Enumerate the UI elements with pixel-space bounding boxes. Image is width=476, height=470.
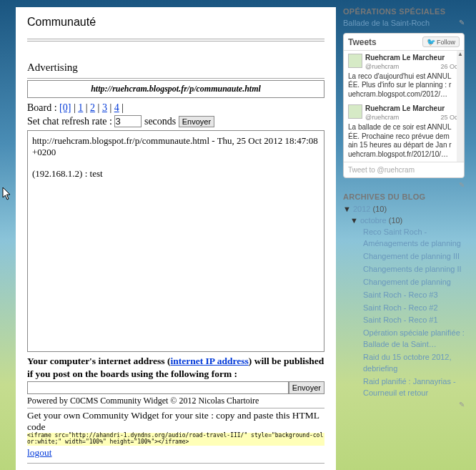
board-line: Board : [0] | 1 | 2 | 3 | 4 |	[27, 102, 324, 114]
tweet-item: Ruehcram Le Marcheur 26 Oct @ruehcram La…	[344, 51, 464, 102]
archives-title: ARCHIVES DU BLOG	[343, 192, 465, 201]
tweet-item: Ruehcram Le Marcheur 25 Oct @ruehcram La…	[344, 102, 464, 162]
twitter-bird-icon: 🐦	[427, 38, 435, 46]
archive-post[interactable]: Raid du 15 octobre 2012, debriefing	[363, 352, 465, 375]
divider	[27, 39, 324, 39]
ops-link[interactable]: Ballade de la Saint-Roch	[343, 19, 430, 27]
tweet-name[interactable]: Ruehcram Le Marcheur	[365, 54, 445, 62]
scroll-up-icon[interactable]: ▲	[457, 51, 464, 57]
refresh-unit: seconds	[144, 116, 176, 127]
archive-post[interactable]: Changements de planning II	[363, 264, 465, 275]
archive-post[interactable]: Opération spéciale planifiée : Ballade d…	[363, 328, 465, 351]
edit-icon[interactable]: ✎	[459, 401, 465, 408]
chat-box: http://ruehcram.blogspot.fr/p/communaute…	[27, 130, 324, 352]
message-send-row: Envoyer	[27, 381, 324, 394]
tweet-to[interactable]: Tweet to @ruehcram	[344, 162, 464, 177]
archive-post[interactable]: Raid planifié : Jannayrias - Courneuil e…	[363, 376, 465, 399]
sidebar: OPÉRATIONS SPÉCIALES Ballade de la Saint…	[343, 7, 465, 470]
archive-post[interactable]: Saint Roch - Reco #1	[363, 315, 465, 326]
divider	[27, 41, 324, 41]
divider	[27, 463, 324, 464]
board-link-0[interactable]: [0]	[59, 102, 71, 113]
edit-icon[interactable]: ✎	[459, 181, 465, 189]
follow-button[interactable]: 🐦Follow	[422, 36, 460, 47]
archive-post[interactable]: Saint Roch - Reco #3	[363, 290, 465, 301]
avatar	[348, 104, 362, 119]
board-link-2[interactable]: 2	[90, 102, 95, 113]
archive-post[interactable]: Changement de planning	[363, 277, 465, 288]
tweet-text: La reco d'aujourd'hui est ANNULÉE. Plus …	[348, 72, 460, 99]
refresh-send-button[interactable]: Envoyer	[179, 116, 214, 127]
tweet-text: La ballade de ce soir est ANNULÉE. Proch…	[348, 123, 460, 159]
archives-section: ARCHIVES DU BLOG ▼ 2012 (10) ▼ octobre (…	[343, 192, 465, 399]
avatar	[348, 54, 362, 68]
refresh-input[interactable]	[114, 115, 142, 127]
year-count: (10)	[373, 205, 387, 213]
month-toggle[interactable]: ▼	[350, 216, 360, 225]
edit-icon[interactable]: ✎	[459, 19, 465, 26]
powered-by: Powered by C0CMS Community Widget © 2012…	[27, 396, 324, 406]
tweets-title: Tweets	[348, 37, 377, 47]
message-send-button[interactable]: Envoyer	[289, 381, 324, 394]
board-link-4[interactable]: 4	[114, 102, 119, 113]
tweets-header: Tweets 🐦Follow	[344, 34, 464, 51]
advertising-label: Advertising	[27, 62, 324, 74]
archive-list: ▼ 2012 (10) ▼ octobre (10) Reco Saint Ro…	[343, 204, 465, 399]
refresh-label: Set chat refresh rate :	[27, 116, 112, 127]
get-widget-text: Get your own Community Widget for your s…	[27, 410, 324, 433]
chat-line: http://ruehcram.blogspot.fr/p/communaute…	[32, 135, 319, 158]
board-label: Board :	[27, 102, 57, 113]
refresh-line: Set chat refresh rate : seconds Envoyer	[27, 115, 324, 127]
page-title: Communauté	[27, 16, 324, 29]
board-link-3[interactable]: 3	[102, 102, 107, 113]
iframe-code: <iframe src="http://ahandri-1.dyndns.org…	[27, 433, 324, 446]
month-count: (10)	[389, 216, 403, 225]
community-url: http://ruehcram.blogspot.fr/p/communaute…	[27, 80, 324, 98]
board-link-1[interactable]: 1	[78, 102, 83, 113]
divider	[27, 408, 324, 408]
tweets-widget: Tweets 🐦Follow ▲ Ruehcram Le Marcheur 26…	[343, 33, 465, 178]
archive-month[interactable]: octobre	[360, 216, 387, 225]
year-toggle[interactable]: ▼	[343, 205, 353, 213]
message-input[interactable]	[27, 381, 289, 394]
chat-line: (192.168.1.2) : test	[32, 168, 319, 180]
archive-post[interactable]: Reco Saint Roch - Aménagements de planni…	[363, 227, 465, 250]
tweet-name[interactable]: Ruehcram Le Marcheur	[365, 104, 445, 112]
divider	[27, 78, 324, 79]
archive-post[interactable]: Saint Roch - Reco #2	[363, 303, 465, 314]
main-content: Communauté Advertising http://ruehcram.b…	[16, 7, 336, 470]
archive-year[interactable]: 2012	[353, 205, 370, 213]
ops-section: OPÉRATIONS SPÉCIALES Ballade de la Saint…	[343, 7, 465, 27]
logout-link[interactable]: logout	[27, 447, 52, 459]
tweets-scrollbar[interactable]: ▲	[457, 51, 464, 162]
ops-title: OPÉRATIONS SPÉCIALES	[343, 7, 465, 16]
tweets-body: ▲ Ruehcram Le Marcheur 26 Oct @ruehcram …	[344, 51, 464, 162]
ip-address-link[interactable]: internet IP address	[171, 356, 249, 366]
archive-post[interactable]: Changement de planning III	[363, 251, 465, 263]
ip-notice: Your computer's internet address (intern…	[27, 355, 324, 380]
